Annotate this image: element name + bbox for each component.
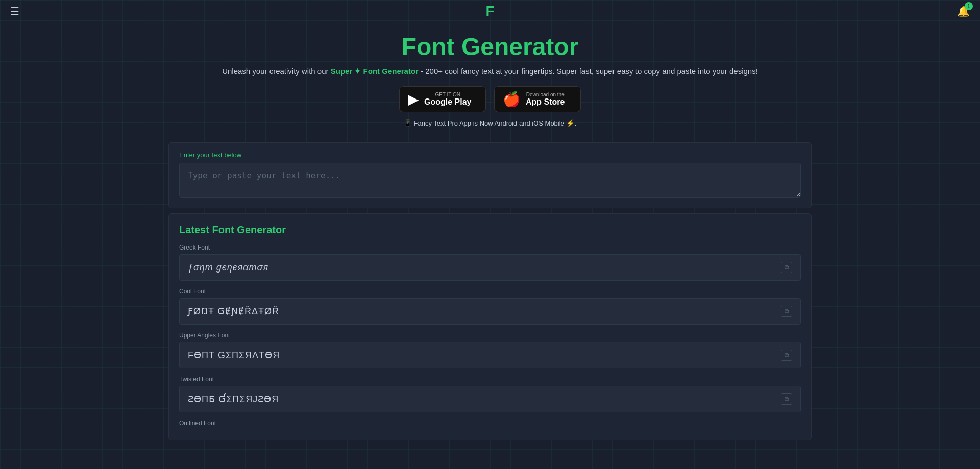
font-text-cool: ƑØŊŦ ǤɆƝɆŘΔŦØŘ bbox=[188, 306, 279, 317]
notification-icon[interactable]: 🔔 1 bbox=[957, 5, 970, 17]
notification-badge: 1 bbox=[965, 2, 973, 10]
page-title: Font Generator bbox=[10, 33, 970, 61]
google-play-text: GET IT ON Google Play bbox=[424, 92, 471, 107]
category-label-cool: Cool Font bbox=[179, 288, 801, 295]
category-label-upper-angles: Upper Angles Font bbox=[179, 332, 801, 339]
subtitle-highlight: Super ✦ Font Generator bbox=[331, 67, 419, 76]
font-text-greek: ƒσηт gєηєяαтσя bbox=[188, 262, 268, 273]
hero-section: Font Generator Unleash your creativity w… bbox=[0, 22, 980, 137]
subtitle-prefix: Unleash your creativity with our bbox=[222, 67, 331, 76]
category-label-outlined: Outlined Font bbox=[179, 419, 801, 427]
app-logo: F bbox=[485, 3, 494, 19]
copy-icon-twisted[interactable]: ⧉ bbox=[781, 393, 792, 405]
topbar: ☰ F 🔔 1 bbox=[0, 0, 980, 22]
font-text-upper-angles: FӨПТ GΣПΣЯΛТӨЯ bbox=[188, 350, 280, 361]
google-play-icon: ▶ bbox=[408, 91, 419, 108]
mobile-notice-text: Fancy Text Pro App is Now Android and iO… bbox=[414, 119, 577, 127]
copy-icon-cool[interactable]: ⧉ bbox=[781, 306, 792, 317]
copy-icon-greek[interactable]: ⧉ bbox=[781, 262, 792, 273]
copy-icon-upper-angles[interactable]: ⧉ bbox=[781, 350, 792, 361]
google-play-small-text: GET IT ON bbox=[424, 92, 471, 97]
font-text-twisted: ƧϴПƂ ƓΣПΣЯJƧӨЯ bbox=[188, 393, 279, 405]
text-input[interactable] bbox=[179, 163, 801, 198]
store-buttons: ▶ GET IT ON Google Play 🍎 Download on th… bbox=[10, 86, 970, 112]
app-store-text: Download on the App Store bbox=[526, 92, 565, 107]
hero-subtitle: Unleash your creativity with our Super ✦… bbox=[10, 67, 970, 76]
font-row-cool[interactable]: ƑØŊŦ ǤɆƝɆŘΔŦØŘ ⧉ bbox=[179, 298, 801, 325]
input-label: Enter your text below bbox=[179, 151, 801, 159]
category-label-twisted: Twisted Font bbox=[179, 376, 801, 383]
app-store-small-text: Download on the bbox=[526, 92, 565, 97]
phone-icon: 📱 bbox=[404, 119, 412, 127]
app-store-large-text: App Store bbox=[526, 97, 565, 107]
app-store-button[interactable]: 🍎 Download on the App Store bbox=[494, 86, 581, 112]
google-play-button[interactable]: ▶ GET IT ON Google Play bbox=[399, 86, 486, 112]
apple-icon: 🍎 bbox=[503, 91, 521, 108]
mobile-notice: 📱 Fancy Text Pro App is Now Android and … bbox=[10, 119, 970, 127]
subtitle-suffix: - 200+ cool fancy text at your fingertip… bbox=[419, 67, 758, 76]
font-row-upper-angles[interactable]: FӨПТ GΣПΣЯΛТӨЯ ⧉ bbox=[179, 342, 801, 368]
font-row-greek[interactable]: ƒσηт gєηєяαтσя ⧉ bbox=[179, 254, 801, 281]
results-title: Latest Font Generator bbox=[179, 224, 801, 236]
google-play-large-text: Google Play bbox=[424, 97, 471, 107]
category-label-greek: Greek Font bbox=[179, 244, 801, 251]
results-section: Latest Font Generator Greek Font ƒσηт gє… bbox=[168, 213, 812, 440]
font-row-twisted[interactable]: ƧϴПƂ ƓΣПΣЯJƧӨЯ ⧉ bbox=[179, 386, 801, 412]
input-section: Enter your text below bbox=[168, 142, 812, 208]
hamburger-icon[interactable]: ☰ bbox=[10, 5, 19, 17]
